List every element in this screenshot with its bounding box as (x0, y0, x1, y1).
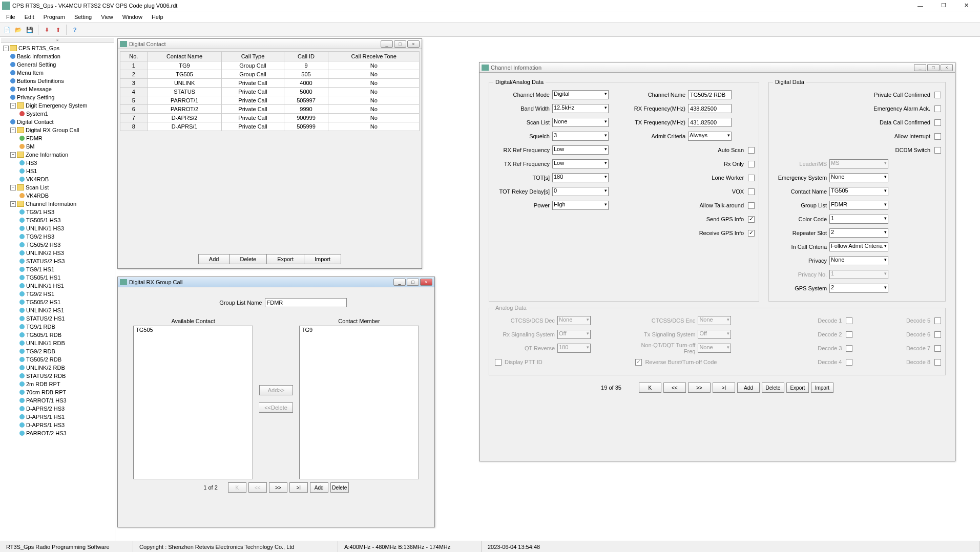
tree-item[interactable]: PARROT/1 HS3 (1, 396, 114, 405)
save-icon[interactable]: 💾 (25, 25, 35, 35)
contact-member-list[interactable]: TG9 (299, 326, 419, 479)
read-icon[interactable]: ⬇ (41, 25, 52, 35)
list-item[interactable]: TG9 (300, 326, 419, 333)
gps_system-select[interactable]: 2 (829, 284, 888, 293)
table-header[interactable]: No. (120, 52, 148, 61)
import-button[interactable]: Import (304, 254, 341, 264)
tree-item[interactable]: TG9/1 HS1 (1, 265, 114, 273)
tree-item[interactable]: VK4RDB (1, 192, 114, 200)
tx_ref-select[interactable]: Low (552, 159, 609, 168)
tree-item[interactable]: UNLINK/1 RDB (1, 339, 114, 347)
pager-button[interactable]: Export (786, 383, 809, 393)
tree-item[interactable]: TG9/2 RDB (1, 347, 114, 355)
tree-item[interactable]: Buttons Definitions (1, 77, 114, 85)
tree-item[interactable]: TG9/1 RDB (1, 323, 114, 331)
tree-item[interactable]: HS1 (1, 167, 114, 175)
tree-item[interactable]: −CPS RT3S_Gps (1, 44, 114, 52)
tree-item[interactable]: D-APRS/1 HS3 (1, 421, 114, 429)
tree-item[interactable]: TG9/2 HS3 (1, 232, 114, 241)
table-row[interactable]: 7D-APRS/2Private Call900999No (120, 114, 420, 122)
tree-item[interactable]: TG505/2 HS1 (1, 298, 114, 306)
menu-window[interactable]: Window (118, 13, 147, 21)
minimize-button[interactable]: _ (914, 64, 926, 71)
menu-program[interactable]: Program (39, 13, 69, 21)
tree-item[interactable]: FDMR (1, 134, 114, 142)
tx_freq-input[interactable] (688, 118, 732, 127)
pager-button[interactable]: Delete (330, 482, 349, 493)
tree-item[interactable]: TG9/1 HS3 (1, 208, 114, 216)
pager-button[interactable]: Add (310, 482, 328, 493)
tree-item[interactable]: Basic Information (1, 52, 114, 60)
tree-toggle-icon[interactable]: − (10, 185, 16, 190)
auto_scan-checkbox[interactable] (748, 147, 755, 154)
table-header[interactable]: Call Receive Tone (328, 52, 420, 61)
lone_worker-checkbox[interactable] (748, 175, 755, 181)
remove-from-group-button[interactable]: <<Delete (259, 402, 293, 413)
pager-button[interactable]: K (228, 482, 246, 493)
sidebar-gripper[interactable]: × (1, 38, 114, 43)
tree-item[interactable]: General Setting (1, 60, 114, 69)
maximize-button[interactable]: □ (927, 64, 940, 71)
data_call_conf-checkbox[interactable] (934, 119, 941, 126)
list-item[interactable]: TG505 (134, 326, 253, 333)
tree-item[interactable]: System1 (1, 110, 114, 118)
tree-item[interactable]: D-APRS/1 HS1 (1, 413, 114, 421)
table-row[interactable]: 8D-APRS/1Private Call505999No (120, 122, 420, 131)
tree-item[interactable]: 70cm RDB RPT (1, 388, 114, 396)
contact_name-select[interactable]: TG505 (829, 187, 888, 196)
tree-item[interactable]: BM (1, 142, 114, 151)
close-button[interactable]: × (407, 40, 420, 48)
pager-button[interactable]: >> (688, 383, 711, 393)
tree-item[interactable]: TG9/2 HS1 (1, 290, 114, 298)
menu-edit[interactable]: Edit (20, 13, 38, 21)
dcdm-checkbox[interactable] (934, 147, 941, 154)
tree-item[interactable]: Text Message (1, 85, 114, 93)
channel_name-input[interactable] (688, 90, 732, 99)
available-contact-list[interactable]: TG505 (133, 326, 253, 479)
pager-button[interactable]: Add (737, 383, 760, 393)
tree-item[interactable]: Digital Contact (1, 118, 114, 126)
scan_list-select[interactable]: None (552, 118, 609, 127)
tree-toggle-icon[interactable]: − (10, 152, 16, 158)
tree-item[interactable]: Menu Item (1, 69, 114, 77)
tree-toggle-icon[interactable]: − (10, 201, 16, 207)
tree-item[interactable]: D-APRS/2 HS3 (1, 405, 114, 413)
table-row[interactable]: 2TG505Group Call505No (120, 70, 420, 79)
tree-item[interactable]: HS3 (1, 159, 114, 167)
tree-item[interactable]: STATUS/2 RDB (1, 372, 114, 380)
maximize-button[interactable]: □ (394, 40, 406, 48)
pager-button[interactable]: Delete (762, 383, 784, 393)
tree-panel[interactable]: × −CPS RT3S_GpsBasic InformationGeneral … (0, 37, 115, 541)
table-row[interactable]: 3UNLINKPrivate Call4000No (120, 79, 420, 88)
band_width-select[interactable]: 12.5kHz (552, 104, 609, 113)
tree-item[interactable]: VK4RDB (1, 175, 114, 183)
color_code-select[interactable]: 1 (829, 215, 888, 224)
squelch-select[interactable]: 3 (552, 132, 609, 141)
table-row[interactable]: 5PARROT/1Private Call505997No (120, 96, 420, 105)
menu-view[interactable]: View (97, 13, 117, 21)
table-row[interactable]: 6PARROT/2Private Call9990No (120, 105, 420, 114)
pager-button[interactable]: >> (269, 482, 287, 493)
tree-item[interactable]: −Zone Information (1, 151, 114, 159)
rx_ref-select[interactable]: Low (552, 145, 609, 155)
pager-button[interactable]: >I (289, 482, 308, 493)
menu-help[interactable]: Help (148, 13, 168, 21)
menu-setting[interactable]: Setting (70, 13, 96, 21)
tree-toggle-icon[interactable]: − (3, 46, 9, 51)
allow_int-checkbox[interactable] (934, 133, 941, 140)
recv_gps-checkbox[interactable] (748, 230, 755, 237)
add-button[interactable]: Add (198, 254, 230, 264)
tree-item[interactable]: PARROT/2 HS3 (1, 429, 114, 437)
tree-toggle-icon[interactable]: − (10, 128, 16, 133)
close-button[interactable]: ✕ (955, 0, 978, 11)
tot-select[interactable]: 180 (552, 173, 609, 182)
menu-file[interactable]: File (2, 13, 19, 21)
tree-toggle-icon[interactable]: − (10, 103, 16, 109)
tree-item[interactable]: TG505/1 RDB (1, 331, 114, 339)
privacy-select[interactable]: None (829, 256, 888, 265)
vox-checkbox[interactable] (748, 188, 755, 195)
emerg_alarm-checkbox[interactable] (934, 105, 941, 112)
channel_mode-select[interactable]: Digital (552, 90, 609, 99)
talk_around-checkbox[interactable] (748, 202, 755, 209)
add-to-group-button[interactable]: Add>> (259, 385, 293, 395)
